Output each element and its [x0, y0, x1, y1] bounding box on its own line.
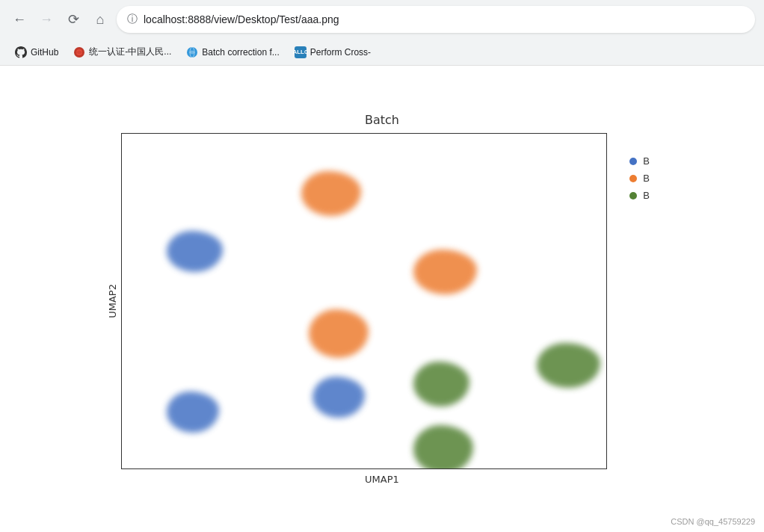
perform-cross-icon: ALLC [295, 46, 306, 58]
legend-dot [629, 192, 637, 200]
chart-area: UMAP2 BBB [107, 133, 657, 469]
cluster-blob [413, 250, 477, 294]
cluster-blob [413, 425, 473, 469]
bookmarks-bar: GitHub 统一认证-中国人民... Batch [0, 39, 764, 66]
legend-label: B [643, 190, 650, 201]
back-button[interactable]: ← [9, 9, 30, 30]
chart-title: Batch [365, 113, 399, 127]
bookmark-unified-auth-label: 统一认证-中国人民... [89, 46, 171, 58]
legend-label: B [643, 155, 650, 167]
x-axis-label: UMAP1 [365, 474, 399, 485]
legend-label: B [643, 173, 650, 184]
legend-item: B [629, 190, 650, 201]
chart-with-yaxis: UMAP2 [107, 133, 607, 469]
home-button[interactable]: ⌂ [90, 9, 111, 30]
bookmark-perform-cross[interactable]: ALLC Perform Cross- [289, 44, 377, 61]
bookmark-unified-auth[interactable]: 统一认证-中国人民... [67, 43, 177, 61]
cluster-blob [537, 343, 600, 388]
legend: BBB [622, 148, 657, 208]
cluster-blob [167, 392, 219, 433]
nav-bar: ← → ⟳ ⌂ ⓘ localhost:8888/view/Desktop/Te… [0, 0, 764, 39]
batch-correction-icon [186, 46, 198, 58]
cluster-blob [301, 171, 361, 216]
address-bar[interactable]: ⓘ localhost:8888/view/Desktop/Test/aaa.p… [117, 6, 755, 33]
reload-button[interactable]: ⟳ [63, 9, 84, 30]
github-icon [15, 46, 27, 58]
cluster-blob [309, 309, 369, 358]
bookmark-perform-cross-label: Perform Cross- [310, 47, 371, 58]
watermark: CSDN @qq_45759229 [671, 517, 755, 526]
bookmark-batch-correction-label: Batch correction f... [202, 47, 279, 58]
bookmark-github-label: GitHub [31, 47, 58, 58]
cluster-blob [312, 377, 365, 418]
chart-wrapper: Batch UMAP2 BBB UMAP1 [107, 113, 657, 485]
forward-button[interactable]: → [36, 9, 57, 30]
legend-item: B [629, 155, 650, 167]
cluster-blob [167, 231, 223, 272]
y-axis-label: UMAP2 [107, 284, 118, 318]
legend-dot [629, 175, 637, 182]
bookmark-batch-correction[interactable]: Batch correction f... [180, 44, 285, 61]
legend-dot [629, 158, 637, 165]
bookmark-github[interactable]: GitHub [9, 44, 64, 61]
legend-item: B [629, 173, 650, 184]
cluster-blob [413, 362, 469, 406]
info-icon: ⓘ [127, 13, 138, 26]
content-area: Batch UMAP2 BBB UMAP1 CSDN @qq_45759229 [0, 66, 764, 532]
chart-box [121, 133, 607, 469]
address-url: localhost:8888/view/Desktop/Test/aaa.png [144, 13, 339, 25]
unified-auth-icon [73, 46, 85, 58]
